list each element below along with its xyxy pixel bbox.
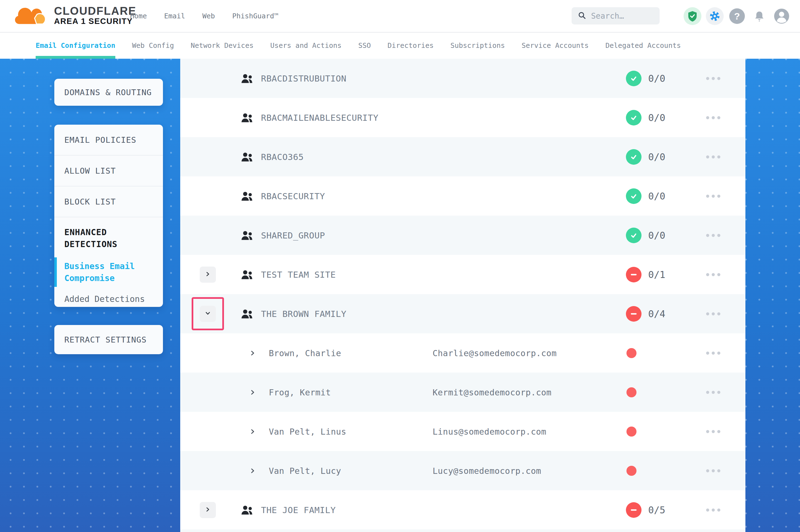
sidebar-item-email-policies[interactable]: EMAIL POLICIES: [54, 125, 163, 155]
more-actions-button[interactable]: [706, 391, 720, 394]
help-glyph: ?: [729, 8, 745, 24]
more-actions-button[interactable]: [706, 430, 720, 433]
allowed-status-badge: [626, 228, 641, 243]
member-count: 0/0: [648, 230, 665, 241]
sidebar-item-allow-list[interactable]: ALLOW LIST: [54, 155, 163, 186]
blocked-status-dot: [626, 387, 636, 397]
blocked-status-dot: [626, 348, 636, 358]
blocked-status-badge: [626, 306, 641, 322]
more-actions-button[interactable]: [706, 234, 720, 237]
member-name[interactable]: Brown, Charlie: [269, 348, 341, 358]
chevron-right-icon[interactable]: [249, 428, 256, 435]
group-name[interactable]: RBACO365: [261, 152, 304, 162]
help-icon[interactable]: ?: [728, 7, 746, 25]
table-row: RBACSECURITY0/0: [180, 176, 745, 216]
member-email: Charlie@somedemocorp.com: [433, 348, 557, 358]
blocked-status-dot: [626, 426, 636, 437]
tab-users-and-actions[interactable]: Users and Actions: [270, 33, 342, 59]
nav-link-phishguard-[interactable]: PhishGuard™: [232, 12, 278, 20]
sidebar-item-business-email-compromise[interactable]: Business Email Compromise: [54, 258, 163, 286]
chevron-right-icon[interactable]: [249, 350, 256, 357]
group-name[interactable]: THE BROWN FAMILY: [261, 309, 346, 319]
group-people-icon: [241, 152, 253, 162]
cloudflare-area1-logo[interactable]: CLOUDFLARE AREA 1 SECURITY: [15, 3, 137, 28]
more-actions-button[interactable]: [706, 155, 720, 158]
table-row: TEST TEAM SITE0/1: [180, 255, 745, 294]
blocked-status-badge: [626, 502, 641, 518]
table-row: SHARED_GROUP0/0: [180, 216, 745, 255]
member-count: 0/0: [648, 112, 665, 123]
more-actions-button[interactable]: [706, 194, 720, 197]
table-row: THE BROWN FAMILY0/4: [180, 294, 745, 333]
logo-line1: CLOUDFLARE: [54, 5, 137, 17]
sidebar-item-block-list[interactable]: BLOCK LIST: [54, 186, 163, 217]
blocked-status-badge: [626, 267, 641, 282]
member-name[interactable]: Van Pelt, Lucy: [269, 466, 341, 476]
more-actions-button[interactable]: [706, 352, 720, 355]
nav-link-web[interactable]: Web: [202, 12, 215, 20]
more-actions-button[interactable]: [706, 469, 720, 472]
more-actions-button[interactable]: [706, 273, 720, 276]
settings-gear-icon[interactable]: [706, 7, 724, 25]
tab-network-devices[interactable]: Network Devices: [191, 33, 254, 59]
blocked-status-dot: [626, 466, 636, 476]
sidebar-item-retract-settings[interactable]: RETRACT SETTINGS: [54, 335, 146, 344]
tab-web-config[interactable]: Web Config: [132, 33, 174, 59]
chevron-right-icon[interactable]: [249, 468, 256, 474]
tab-service-accounts[interactable]: Service Accounts: [522, 33, 589, 59]
sidebar-section-enhanced-detections: ENHANCED DETECTIONS: [54, 217, 163, 250]
group-name[interactable]: THE JOE FAMILY: [261, 505, 336, 515]
search-input[interactable]: [590, 11, 656, 21]
chevron-right-icon[interactable]: [249, 389, 256, 396]
group-name[interactable]: TEST TEAM SITE: [261, 270, 336, 280]
more-actions-button[interactable]: [706, 312, 720, 315]
search-icon: [578, 11, 586, 21]
secondary-nav-tabs: Email ConfigurationWeb ConfigNetwork Dev…: [0, 33, 800, 59]
notifications-bell-icon[interactable]: [750, 7, 768, 25]
member-count: 0/5: [648, 505, 665, 516]
sidebar-item-added-detections[interactable]: Added Detections: [54, 286, 163, 304]
table-row: Van Pelt, LucyLucy@somedemocorp.com: [180, 451, 745, 490]
group-name[interactable]: RBACMAILENABLESECURITY: [261, 113, 379, 123]
group-people-icon: [241, 112, 253, 123]
tab-subscriptions[interactable]: Subscriptions: [450, 33, 505, 59]
member-name[interactable]: Frog, Kermit: [269, 387, 331, 397]
table-row: RBACO3650/0: [180, 137, 745, 176]
nav-link-home[interactable]: Home: [130, 12, 147, 20]
more-actions-button[interactable]: [706, 116, 720, 119]
nav-link-email[interactable]: Email: [164, 12, 185, 20]
table-row: RBACMAILENABLESECURITY0/0: [180, 98, 745, 137]
more-actions-button[interactable]: [706, 77, 720, 80]
sidebar-card: DOMAINS & ROUTING: [54, 79, 163, 106]
allowed-status-badge: [626, 110, 641, 126]
logo-line2: AREA 1 SECURITY: [54, 17, 137, 25]
member-count: 0/1: [648, 269, 665, 280]
expand-group-button[interactable]: [200, 502, 216, 518]
more-actions-button[interactable]: [706, 508, 720, 511]
expand-group-button[interactable]: [200, 267, 216, 283]
group-name[interactable]: RBACSECURITY: [261, 191, 325, 201]
primary-nav: HomeEmailWebPhishGuard™: [130, 0, 278, 32]
user-account-icon[interactable]: [773, 7, 790, 25]
sidebar-item-domains-routing[interactable]: DOMAINS & ROUTING: [54, 88, 152, 97]
highlight-annotation-box: [192, 297, 224, 330]
tab-email-configuration[interactable]: Email Configuration: [36, 33, 115, 59]
tab-directories[interactable]: Directories: [387, 33, 434, 59]
chevron-right-icon: [205, 507, 211, 513]
group-people-icon: [241, 230, 253, 241]
allowed-status-badge: [626, 188, 641, 204]
tab-sso[interactable]: SSO: [358, 33, 371, 59]
member-name[interactable]: Van Pelt, Linus: [269, 426, 346, 436]
shield-check-icon[interactable]: [684, 7, 702, 25]
sidebar-card: RETRACT SETTINGS: [54, 325, 163, 354]
chevron-right-icon: [205, 271, 211, 278]
tab-delegated-accounts[interactable]: Delegated Accounts: [605, 33, 681, 59]
group-people-icon: [241, 73, 253, 84]
group-name[interactable]: SHARED_GROUP: [261, 230, 325, 241]
member-count: 0/4: [648, 308, 665, 319]
member-email: Lucy@somedemocorp.com: [433, 466, 541, 476]
member-count: 0/0: [648, 191, 665, 202]
table-row: Van Pelt, LinusLinus@somedemocorp.com: [180, 412, 745, 451]
search-bar[interactable]: [571, 7, 660, 24]
group-name[interactable]: RBACDISTRUBUTION: [261, 74, 346, 83]
